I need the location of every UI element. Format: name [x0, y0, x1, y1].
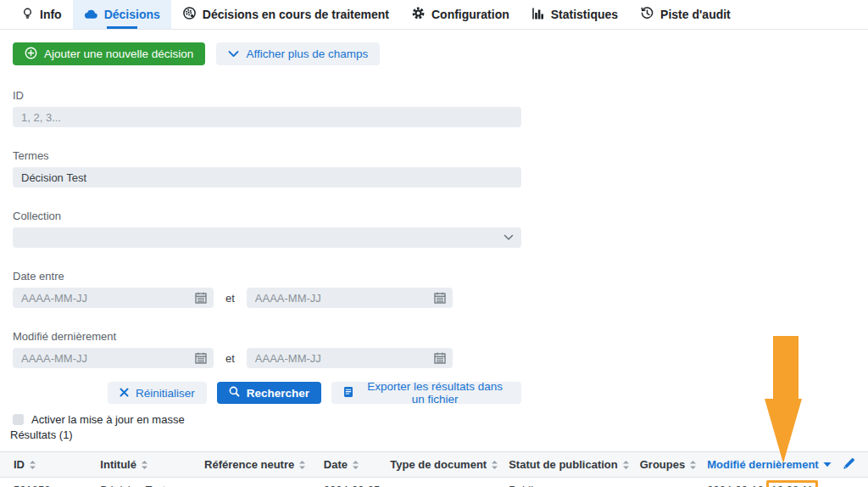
sort-desc-icon: [823, 462, 832, 467]
add-decision-label: Ajouter une nouvelle décision: [44, 48, 193, 60]
search-icon: [229, 386, 240, 400]
bulk-update-row: Activer la mise à jour en masse: [13, 413, 868, 426]
tab-configuration[interactable]: Configuration: [400, 0, 520, 29]
export-label: Exporter les résultats dans un fichier: [360, 380, 509, 406]
cell-id: 521858: [0, 478, 93, 487]
cell-last-modified: 2024-09-1613:28:11: [700, 478, 834, 487]
field-date-between: Date entre et: [13, 270, 521, 308]
terms-label: Termes: [13, 149, 521, 162]
date-between-label: Date entre: [13, 270, 521, 283]
header-publication-status[interactable]: Statut de publication: [502, 452, 633, 478]
x-icon: [120, 387, 129, 400]
field-terms: Termes: [13, 149, 521, 188]
tab-label: Décisions: [104, 8, 160, 21]
header-date[interactable]: Date: [317, 452, 384, 478]
cloud-icon: [84, 8, 98, 22]
cell-document-type: [383, 478, 502, 487]
tab-info[interactable]: Info: [10, 0, 73, 29]
search-form: ID Termes Collection Date entre et Modif…: [13, 89, 521, 404]
sort-icon: [298, 460, 306, 470]
sort-icon: [622, 460, 630, 470]
id-input[interactable]: [13, 107, 521, 127]
bar-chart-icon: [531, 7, 545, 23]
sort-icon: [141, 460, 148, 470]
header-id[interactable]: ID: [0, 452, 93, 478]
sort-icon: [491, 460, 498, 470]
last-modified-date: 2024-09-16: [707, 484, 764, 487]
calendar-icon[interactable]: [195, 352, 207, 364]
results-table: ID Intitulé Référence neutre Date Type d…: [0, 451, 868, 487]
tab-label: Décisions en cours de traitement: [203, 8, 389, 21]
header-document-type[interactable]: Type de document: [383, 452, 502, 478]
chevron-down-icon: [228, 48, 239, 60]
reset-button[interactable]: Réinitialiser: [108, 382, 207, 404]
highlighted-time: 13:28:11: [766, 480, 819, 487]
table-header-row: ID Intitulé Référence neutre Date Type d…: [0, 452, 868, 478]
field-collection: Collection: [13, 210, 521, 248]
export-button[interactable]: Exporter les résultats dans un fichier: [331, 382, 521, 404]
cell-date: 2024-09-05: [317, 478, 384, 487]
id-label: ID: [13, 89, 521, 102]
file-export-icon: [343, 386, 353, 400]
tab-decisions-processing[interactable]: Décisions en cours de traitement: [171, 0, 400, 29]
table-row[interactable]: 521858 Décision Test 2024-09-05 Publier …: [0, 478, 868, 487]
cell-title: Décision Test: [93, 478, 198, 487]
history-icon: [640, 6, 654, 23]
sort-icon: [352, 460, 359, 470]
cell-publication-status: Publier: [502, 478, 633, 487]
sort-icon: [29, 460, 36, 470]
bulk-update-checkbox[interactable]: [13, 414, 24, 425]
header-title[interactable]: Intitulé: [93, 452, 198, 478]
date-to-wrap: [247, 288, 453, 308]
calendar-icon[interactable]: [434, 352, 446, 364]
search-label: Rechercher: [247, 387, 309, 400]
add-decision-button[interactable]: Ajouter une nouvelle décision: [13, 42, 205, 65]
tab-label: Info: [40, 8, 62, 21]
header-groups[interactable]: Groupes: [633, 452, 700, 478]
top-nav: Info Décisions Décisions en cours de tra…: [0, 0, 868, 30]
date-from-input[interactable]: [13, 288, 214, 308]
field-id: ID: [13, 89, 521, 127]
tab-label: Piste d'audit: [660, 8, 731, 21]
gear-icon: [411, 6, 426, 23]
date-separator: et: [225, 352, 235, 365]
calendar-icon[interactable]: [195, 292, 207, 304]
modified-from-input[interactable]: [13, 348, 214, 368]
modified-from-wrap: [13, 348, 214, 368]
reset-label: Réinitialiser: [136, 387, 195, 400]
annotation-down-arrow: [765, 336, 802, 463]
pencil-icon[interactable]: [842, 456, 856, 471]
last-modified-label: Modifié dernièrement: [13, 330, 521, 343]
date-from-wrap: [13, 288, 214, 308]
modified-to-input[interactable]: [247, 348, 453, 368]
show-more-fields-label: Afficher plus de champs: [246, 48, 368, 60]
cell-edit: [835, 478, 868, 487]
collection-select[interactable]: [13, 227, 521, 248]
search-buttons-row: Réinitialiser Rechercher Exporter les ré…: [108, 382, 521, 404]
date-to-input[interactable]: [247, 288, 453, 308]
results-title: Résultats (1): [10, 428, 868, 442]
modified-to-wrap: [247, 348, 453, 368]
lightbulb-icon: [21, 7, 34, 23]
sort-icon: [689, 460, 697, 470]
cell-groups: [633, 478, 700, 487]
search-button[interactable]: Rechercher: [217, 382, 321, 404]
actions-row: Ajouter une nouvelle décision Afficher p…: [13, 42, 868, 65]
header-last-modified[interactable]: Modifié dernièrement: [700, 452, 834, 478]
calendar-icon[interactable]: [434, 292, 446, 304]
terms-input[interactable]: [13, 167, 521, 188]
plus-circle-icon: [25, 47, 37, 62]
tab-statistics[interactable]: Statistiques: [520, 0, 629, 29]
tab-decisions[interactable]: Décisions: [73, 0, 171, 29]
header-neutral-reference[interactable]: Référence neutre: [198, 452, 317, 478]
date-separator: et: [225, 292, 235, 305]
header-edit-column[interactable]: [835, 452, 868, 478]
collection-label: Collection: [13, 210, 521, 222]
process-gears-icon: [182, 6, 197, 23]
tab-label: Statistiques: [551, 8, 618, 21]
tab-label: Configuration: [431, 8, 509, 21]
tab-audit-trail[interactable]: Piste d'audit: [629, 0, 742, 29]
show-more-fields-button[interactable]: Afficher plus de champs: [216, 42, 380, 65]
bulk-update-label: Activer la mise à jour en masse: [31, 413, 185, 426]
cell-neutral-reference: [198, 478, 317, 487]
